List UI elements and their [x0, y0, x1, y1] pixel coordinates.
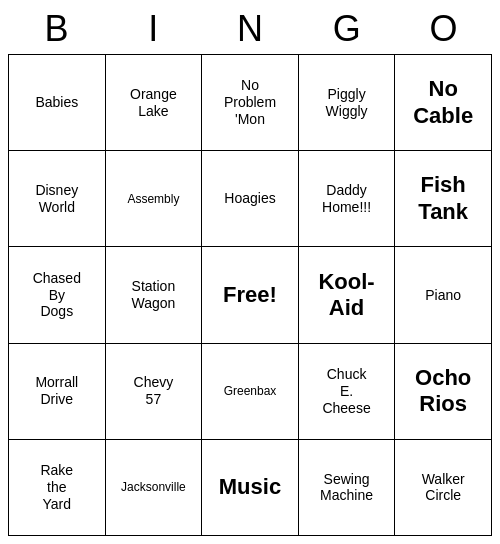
bingo-header: B I N G O [8, 8, 492, 50]
cell-r4-c4: WalkerCircle [395, 439, 492, 535]
cell-r1-c1: Assembly [105, 151, 202, 247]
cell-r4-c0: RaketheYard [9, 439, 106, 535]
header-b: B [8, 8, 105, 50]
cell-r0-c2: NoProblem'Mon [202, 55, 299, 151]
cell-r0-c3: PigglyWiggly [298, 55, 395, 151]
cell-r4-c3: SewingMachine [298, 439, 395, 535]
header-g: G [298, 8, 395, 50]
cell-r2-c4: Piano [395, 247, 492, 343]
cell-r3-c1: Chevy57 [105, 343, 202, 439]
cell-r3-c0: MorrallDrive [9, 343, 106, 439]
cell-r2-c0: ChasedByDogs [9, 247, 106, 343]
header-o: O [395, 8, 492, 50]
cell-r4-c2: Music [202, 439, 299, 535]
cell-r0-c0: Babies [9, 55, 106, 151]
cell-r0-c1: OrangeLake [105, 55, 202, 151]
cell-r1-c3: DaddyHome!!! [298, 151, 395, 247]
cell-r1-c0: DisneyWorld [9, 151, 106, 247]
cell-r2-c2: Free! [202, 247, 299, 343]
cell-r0-c4: NoCable [395, 55, 492, 151]
cell-r1-c4: FishTank [395, 151, 492, 247]
header-n: N [202, 8, 299, 50]
header-i: I [105, 8, 202, 50]
bingo-grid: BabiesOrangeLakeNoProblem'MonPigglyWiggl… [8, 54, 492, 536]
cell-r3-c3: ChuckE.Cheese [298, 343, 395, 439]
cell-r3-c4: OchoRios [395, 343, 492, 439]
cell-r4-c1: Jacksonville [105, 439, 202, 535]
cell-r2-c3: Kool-Aid [298, 247, 395, 343]
cell-r2-c1: StationWagon [105, 247, 202, 343]
cell-r3-c2: Greenbax [202, 343, 299, 439]
cell-r1-c2: Hoagies [202, 151, 299, 247]
